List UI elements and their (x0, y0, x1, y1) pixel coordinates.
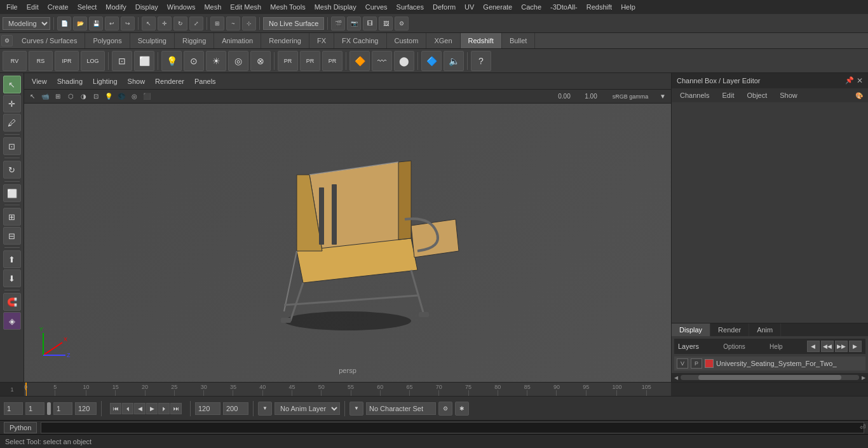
render-seq-btn[interactable]: 🎞 (363, 17, 377, 31)
shelf-ies-btn[interactable]: ⊗ (250, 51, 271, 71)
open-scene-btn[interactable]: 📂 (73, 17, 87, 31)
tab-bullet[interactable]: Bullet (502, 33, 536, 48)
layer-prev-btn[interactable]: ◀ (807, 341, 820, 352)
scroll-thumb[interactable] (698, 375, 841, 380)
tab-rendering[interactable]: Rendering (261, 33, 309, 48)
undo-btn[interactable]: ↩ (105, 17, 119, 31)
play-back-btn[interactable]: ◀ (134, 403, 146, 414)
vp-cam-btn[interactable]: 📹 (39, 91, 51, 102)
tab-custom[interactable]: Custom (387, 33, 427, 48)
tab-settings-btn[interactable]: ⚙ (1, 35, 13, 46)
max-frame-field[interactable]: 200 (223, 402, 248, 415)
menu-deform[interactable]: Deform (429, 2, 459, 12)
rotate-mode-btn[interactable]: ↻ (173, 17, 187, 31)
layer-v-toggle[interactable]: V (677, 358, 688, 369)
tab-rigging[interactable]: Rigging (175, 33, 214, 48)
layer-p-toggle[interactable]: P (691, 358, 702, 369)
custom1-btn[interactable]: ⊞ (3, 208, 21, 226)
menu-generate[interactable]: Generate (479, 2, 516, 12)
tab-polygons[interactable]: Polygons (85, 33, 130, 48)
shelf-sun-btn[interactable]: ☀ (206, 51, 226, 71)
drt-tab-anim[interactable]: Anim (749, 323, 781, 336)
frame-start-field[interactable]: 1 (4, 402, 23, 415)
layer-row[interactable]: V P University_Seating_System_For_Two_ (674, 356, 865, 370)
shelf-help-btn[interactable]: ? (471, 51, 491, 71)
paint-tool-btn[interactable]: 🖊 (3, 114, 21, 132)
save-scene-btn[interactable]: 💾 (89, 17, 103, 31)
shelf-mat1-btn[interactable]: 🔶 (349, 51, 370, 71)
char-set-icon1[interactable]: ⚙ (438, 402, 452, 416)
layers-options[interactable]: Options (723, 343, 745, 350)
shelf-rs-btn[interactable]: RS (29, 51, 53, 71)
timeline-ruler[interactable]: 0510152025303540455055606570758085909510… (24, 383, 671, 396)
layer-next2-btn[interactable]: ▶▶ (835, 341, 848, 352)
drt-tab-render[interactable]: Render (710, 323, 749, 336)
shelf-mat2-btn[interactable]: 〰 (372, 51, 392, 71)
vp-hq-btn[interactable]: ⬛ (141, 91, 153, 102)
move-up-btn[interactable]: ⬆ (3, 250, 21, 268)
snap-btn[interactable]: ⊡ (3, 137, 21, 155)
menu-windows[interactable]: Windows (163, 2, 200, 12)
menu-create[interactable]: Create (44, 2, 72, 12)
snap-grid-btn[interactable]: ⊞ (210, 17, 224, 31)
menu-3dtoall[interactable]: -3DtoAll- (546, 2, 581, 12)
vp-tex-btn[interactable]: ⊡ (90, 91, 102, 102)
frame-current-field[interactable]: 1 (25, 402, 44, 415)
snap-curve-btn[interactable]: ~ (226, 17, 240, 31)
layer-color-swatch[interactable] (705, 359, 714, 368)
shelf-dome-btn[interactable]: ⊙ (184, 51, 204, 71)
vp-gamma-arrow[interactable]: ▼ (657, 91, 668, 102)
char-set-icon2[interactable]: ✱ (455, 402, 469, 416)
layers-help[interactable]: Help (770, 343, 783, 350)
rect-sel-btn[interactable]: ⬜ (3, 184, 21, 202)
step-back-btn[interactable]: ⏴ (122, 403, 133, 414)
vp-gamma-btn[interactable]: sRGB gamma (605, 91, 656, 102)
vp-menu-lighting[interactable]: Lighting (89, 76, 121, 86)
shelf-mat3-btn[interactable]: ⬤ (394, 51, 414, 71)
render-btn[interactable]: 🎬 (331, 17, 345, 31)
redo-btn[interactable]: ↪ (121, 17, 135, 31)
frame-drag-handle[interactable] (47, 402, 51, 415)
shelf-pr-export-btn[interactable]: PR (300, 51, 320, 71)
render-settings-btn[interactable]: ⚙ (395, 17, 409, 31)
python-exec-icon[interactable]: ⏎ (860, 423, 865, 431)
shelf-log-btn[interactable]: LOG (81, 51, 105, 71)
menu-redshift[interactable]: Redshift (583, 2, 616, 12)
tab-sculpting[interactable]: Sculpting (130, 33, 175, 48)
cb-tab-channels[interactable]: Channels (674, 90, 715, 101)
custom2-btn[interactable]: ⊟ (3, 227, 21, 245)
vp-light-btn[interactable]: 💡 (103, 91, 114, 102)
step-fwd-btn[interactable]: ⏵ (158, 403, 170, 414)
shelf-ipr-btn[interactable]: IPR (55, 51, 79, 71)
vp-shadow-btn[interactable]: 🌑 (116, 91, 127, 102)
layer-prev2-btn[interactable]: ◀◀ (821, 341, 834, 352)
magnet-btn[interactable]: 🧲 (3, 293, 21, 311)
menu-uv[interactable]: UV (461, 2, 478, 12)
snap-point-btn[interactable]: ⊹ (242, 17, 256, 31)
viewport-canvas[interactable]: X Y Z persp (24, 104, 671, 382)
shelf-spot-btn[interactable]: ◎ (228, 51, 248, 71)
char-set-arrow[interactable]: ▼ (349, 402, 363, 416)
menu-file[interactable]: File (3, 2, 22, 12)
move-mode-btn[interactable]: ✛ (158, 17, 172, 31)
frame-display-field[interactable]: 1 (53, 402, 72, 415)
tab-animation[interactable]: Animation (214, 33, 261, 48)
anim-layer-arrow[interactable]: ▼ (258, 402, 272, 416)
channel-box-pin-icon[interactable]: 📌 (845, 76, 854, 85)
cb-tab-edit[interactable]: Edit (716, 90, 740, 101)
mode-selector[interactable]: Modeling (3, 17, 50, 30)
shelf-ae-btn[interactable]: 🔷 (421, 51, 442, 71)
shelf-grid-btn[interactable]: ⊡ (112, 51, 132, 71)
cb-tab-object[interactable]: Object (741, 90, 773, 101)
vp-wire-btn[interactable]: ⬡ (65, 91, 76, 102)
tab-fx[interactable]: FX (309, 33, 334, 48)
scroll-right-arrow[interactable]: ▶ (860, 375, 867, 381)
play-fwd-btn[interactable]: ▶ (146, 403, 158, 414)
vp-menu-shading[interactable]: Shading (53, 76, 86, 86)
new-scene-btn[interactable]: 📄 (57, 17, 71, 31)
vp-grid-btn[interactable]: ⊞ (52, 91, 64, 102)
rotate-btn[interactable]: ↻ (3, 161, 21, 179)
vp-menu-show[interactable]: Show (124, 76, 149, 86)
vp-menu-panels[interactable]: Panels (191, 76, 220, 86)
select-mode-btn[interactable]: ↖ (142, 17, 156, 31)
